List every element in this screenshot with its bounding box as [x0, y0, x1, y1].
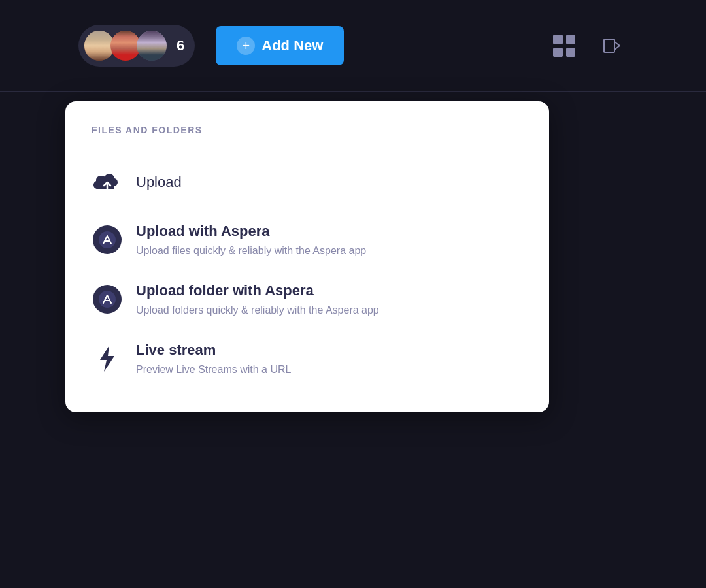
aspera-folder-icon — [92, 284, 123, 315]
grid-view-button[interactable] — [548, 29, 580, 62]
live-stream-item[interactable]: Live stream Preview Live Streams with a … — [92, 330, 523, 389]
live-stream-title: Live stream — [136, 342, 523, 359]
upload-aspera-title: Upload with Aspera — [136, 223, 523, 240]
avatar-stack — [82, 29, 169, 63]
dropdown-panel: FILES AND FOLDERS Upload Upload with As — [65, 101, 549, 412]
avatar — [135, 29, 169, 63]
avatar-count: 6 — [176, 37, 184, 54]
upload-folder-aspera-text: Upload folder with Aspera Upload folders… — [136, 282, 523, 318]
lightning-bolt-icon — [92, 343, 123, 374]
upload-folder-aspera-item[interactable]: Upload folder with Aspera Upload folders… — [92, 270, 523, 330]
live-stream-text: Live stream Preview Live Streams with a … — [136, 342, 523, 378]
upload-folder-aspera-desc: Upload folders quickly & reliably with t… — [136, 303, 523, 318]
aspera-upload-icon — [92, 224, 123, 255]
svg-point-1 — [99, 231, 116, 248]
aspera-folder-icon-circle — [93, 285, 122, 314]
plus-icon: + — [237, 37, 255, 55]
svg-point-3 — [99, 291, 116, 308]
add-new-button[interactable]: + Add New — [216, 26, 344, 65]
upload-aspera-text: Upload with Aspera Upload files quickly … — [136, 223, 523, 259]
live-stream-desc: Preview Live Streams with a URL — [136, 363, 523, 377]
avatar-group[interactable]: 6 — [78, 25, 195, 67]
upload-title: Upload — [136, 165, 523, 199]
toolbar: 6 + Add New — [0, 0, 706, 91]
upload-aspera-item[interactable]: Upload with Aspera Upload files quickly … — [92, 211, 523, 270]
aspera-icon — [93, 225, 122, 254]
svg-rect-0 — [604, 39, 614, 52]
add-new-label: Add New — [261, 37, 323, 54]
grid-icon — [553, 35, 575, 57]
upload-aspera-desc: Upload files quickly & reliably with the… — [136, 244, 523, 258]
upload-item[interactable]: Upload — [92, 154, 523, 211]
toolbar-divider — [0, 91, 706, 92]
cloud-upload-icon — [92, 167, 123, 198]
section-title: FILES AND FOLDERS — [92, 125, 523, 135]
export-button[interactable] — [596, 30, 628, 61]
upload-folder-aspera-title: Upload folder with Aspera — [136, 282, 523, 299]
export-icon — [601, 35, 622, 56]
upload-text: Upload — [136, 165, 523, 199]
